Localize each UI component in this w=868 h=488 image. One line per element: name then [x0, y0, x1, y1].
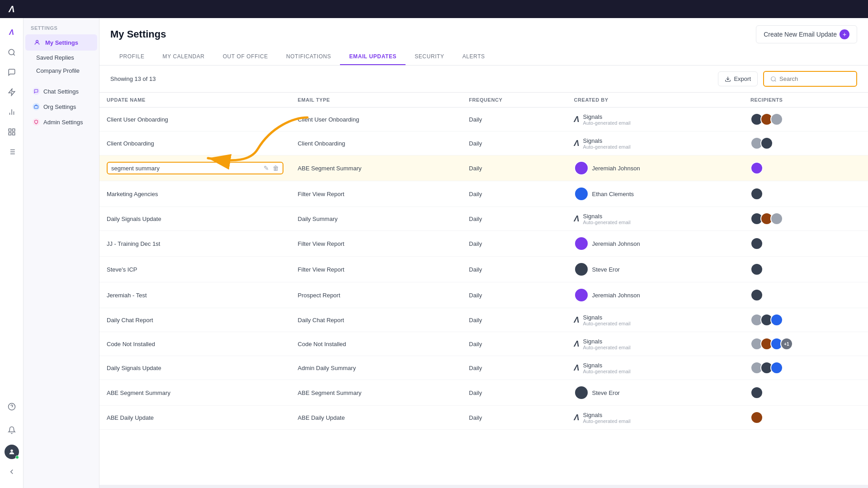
creator-sub: Auto-generated email	[583, 418, 631, 424]
table-row[interactable]: Daily Chat Report Daily Chat Report Dail…	[99, 308, 868, 332]
creator-sub: Auto-generated email	[583, 120, 631, 126]
search-nav-icon[interactable]	[3, 43, 21, 61]
table-row[interactable]: Jeremiah - Test Prospect Report Daily Je…	[99, 282, 868, 308]
help-nav-icon[interactable]	[3, 398, 21, 416]
sidebar-item-admin-settings[interactable]: Admin Settings	[25, 115, 97, 129]
row-frequency-cell: Daily	[462, 257, 566, 282]
table-row[interactable]: Client User Onboarding Client User Onboa…	[99, 108, 868, 131]
table-row[interactable]: Client Onboarding Client Onboarding Dail…	[99, 131, 868, 155]
avatar	[770, 113, 783, 126]
creator-info: Signals Auto-generated email	[583, 412, 631, 424]
row-name: Code Not Installed	[107, 341, 155, 347]
delete-trash-icon[interactable]: 🗑	[273, 164, 279, 172]
export-button[interactable]: Export	[718, 71, 758, 86]
row-creator-cell: Λ Signals Auto-generated email	[567, 131, 743, 155]
row-name-cell: Client User Onboarding	[99, 108, 291, 131]
creator-cell: Jeremiah Johnson	[574, 236, 736, 251]
creator-name: Signals	[583, 113, 631, 120]
tab-out-of-office[interactable]: OUT OF OFFICE	[214, 49, 277, 65]
admin-settings-dot	[33, 118, 40, 126]
row-name-cell: Jeremiah - Test	[99, 282, 291, 308]
avatar	[760, 137, 773, 150]
row-email-type: Prospect Report	[298, 292, 340, 299]
row-creator-cell: Jeremiah Johnson	[567, 231, 743, 257]
home-nav-icon[interactable]: Λ	[3, 23, 21, 42]
content-toolbar: Showing 13 of 13 Export	[99, 66, 868, 93]
creator-sub: Auto-generated email	[583, 369, 631, 374]
row-creator-cell: Λ Signals Auto-generated email	[567, 308, 743, 332]
creator-cell: Λ Signals Auto-generated email	[574, 137, 736, 150]
creator-cell: Λ Signals Auto-generated email	[574, 412, 736, 424]
collapse-nav-icon[interactable]	[3, 463, 21, 481]
tab-my-calendar[interactable]: MY CALENDAR	[154, 49, 214, 65]
search-input[interactable]	[779, 75, 847, 82]
svg-point-0	[9, 49, 14, 55]
sidebar-item-org-settings[interactable]: Org Settings	[25, 99, 97, 114]
sidebar-item-company-profile[interactable]: Company Profile	[25, 65, 97, 77]
avatar-group	[750, 137, 861, 150]
svg-rect-20	[34, 106, 38, 108]
toolbar-right: Export	[718, 71, 857, 87]
table-row[interactable]: Daily Signals Update Daily Summary Daily…	[99, 207, 868, 231]
chat-nav-icon[interactable]	[3, 63, 21, 81]
row-recipients-cell	[743, 257, 868, 282]
creator-avatar	[574, 161, 589, 175]
row-name-cell: segment summary ✎ 🗑	[99, 155, 291, 181]
tab-security[interactable]: SECURITY	[406, 49, 453, 65]
table-row[interactable]: Marketing Agencies Filter View Report Da…	[99, 181, 868, 207]
tab-notifications[interactable]: NOTIFICATIONS	[277, 49, 340, 65]
row-email-type-cell: Code Not Installed	[291, 332, 462, 356]
creator-sub: Auto-generated email	[583, 220, 631, 225]
table-row[interactable]: Code Not Installed Code Not Installed Da…	[99, 332, 868, 356]
signals-logo: Λ	[574, 214, 580, 224]
row-creator-cell: Steve Eror	[567, 380, 743, 406]
avatar-group	[750, 361, 861, 374]
row-recipients-cell	[743, 131, 868, 155]
list-nav-icon[interactable]	[3, 143, 21, 161]
row-frequency: Daily	[469, 216, 482, 222]
notifications-nav-icon[interactable]	[3, 421, 21, 439]
row-frequency: Daily	[469, 317, 482, 324]
table-row[interactable]: JJ - Training Dec 1st Filter View Report…	[99, 231, 868, 257]
grid-nav-icon[interactable]	[3, 123, 21, 141]
row-frequency-cell: Daily	[462, 108, 566, 131]
row-frequency: Daily	[469, 365, 482, 371]
table-row[interactable]: segment summary ✎ 🗑 ABE Segment Summary …	[99, 155, 868, 181]
sidebar-item-chat-settings[interactable]: Chat Settings	[25, 84, 97, 99]
table-row[interactable]: ABE Segment Summary ABE Segment Summary …	[99, 380, 868, 406]
row-email-type-cell: Filter View Report	[291, 257, 462, 282]
creator-info: Signals Auto-generated email	[583, 113, 631, 126]
avatar-group	[750, 289, 861, 301]
creator-info: Jeremiah Johnson	[592, 292, 640, 299]
creator-info: Signals Auto-generated email	[583, 338, 631, 350]
avatar	[750, 386, 763, 399]
creator-sub: Auto-generated email	[583, 321, 631, 326]
sidebar-item-saved-replies[interactable]: Saved Replies	[25, 52, 97, 64]
row-name-cell: Client Onboarding	[99, 131, 291, 155]
row-name-cell: Daily Chat Report	[99, 308, 291, 332]
table-row[interactable]: ABE Daily Update ABE Daily Update Daily …	[99, 406, 868, 430]
avatar	[750, 162, 763, 174]
sidebar-item-my-settings[interactable]: My Settings	[25, 34, 97, 51]
row-recipients-cell	[743, 108, 868, 131]
admin-settings-label: Admin Settings	[43, 119, 83, 126]
edit-pencil-icon[interactable]: ✎	[264, 164, 269, 172]
col-update-name: UPDATE NAME	[99, 93, 291, 108]
tab-alerts[interactable]: ALERTS	[453, 49, 494, 65]
creator-name: Signals	[583, 137, 631, 144]
table-row[interactable]: Daily Signals Update Admin Daily Summary…	[99, 356, 868, 380]
avatar-group	[750, 314, 861, 326]
table-row[interactable]: Steve's ICP Filter View Report Daily Ste…	[99, 257, 868, 282]
avatar	[770, 361, 783, 374]
tab-email-updates[interactable]: EMAIL UPDATES	[340, 49, 406, 65]
tools-nav-icon[interactable]	[3, 83, 21, 101]
creator-info: Steve Eror	[592, 389, 620, 396]
row-recipients-cell	[743, 356, 868, 380]
signals-logo: Λ	[574, 315, 580, 325]
row-frequency-cell: Daily	[462, 406, 566, 430]
create-email-update-button[interactable]: Create New Email Update +	[756, 25, 857, 43]
row-name-cell: Daily Signals Update	[99, 356, 291, 380]
tab-profile[interactable]: PROFILE	[110, 49, 154, 65]
user-avatar[interactable]	[5, 445, 19, 459]
analytics-nav-icon[interactable]	[3, 103, 21, 121]
